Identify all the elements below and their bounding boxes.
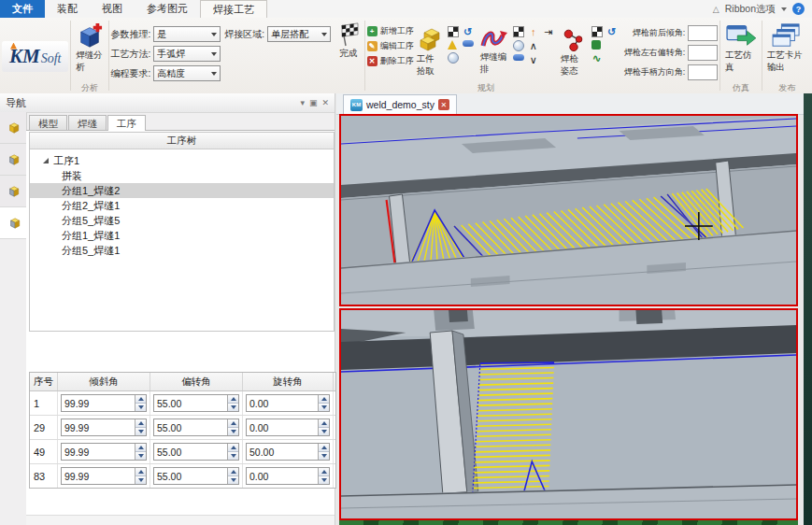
panel-drop-icon[interactable]: ▾	[300, 98, 305, 107]
tab-welding-process[interactable]: 焊接工艺	[200, 0, 267, 18]
rail-part-button[interactable]	[0, 112, 26, 144]
deflection-angle-spinner[interactable]: 55.00	[153, 443, 239, 461]
tab-reference[interactable]: 参考图元	[135, 0, 200, 18]
part-rail	[0, 112, 27, 525]
tilt-angle-spinner[interactable]: 99.99	[61, 394, 147, 412]
param-method-dropdown[interactable]: 手弧焊	[153, 46, 221, 62]
mini-flag-icon[interactable]	[448, 26, 459, 37]
panel-pin-icon[interactable]: ▣	[309, 98, 318, 107]
tab-weld-seam[interactable]: 焊缝	[68, 115, 107, 131]
tree-item-selected[interactable]: 分组1_焊缝2	[30, 183, 334, 198]
param-require-dropdown[interactable]: 高精度	[153, 65, 221, 81]
table-row: 49 99.99 55.00 50.00	[30, 440, 335, 464]
rotation-angle-spinner[interactable]: 0.00	[246, 467, 330, 485]
undo-icon[interactable]: ↺	[606, 26, 618, 37]
seam-arrow-icon	[480, 26, 508, 50]
viewport-bottom[interactable]	[339, 308, 798, 520]
group-simulation: 工艺仿真 仿真	[720, 18, 762, 93]
mini-flag-icon[interactable]	[591, 26, 603, 37]
seam-arrange-button[interactable]: 焊缝编排	[477, 25, 511, 77]
tab-view[interactable]: 视图	[90, 0, 135, 18]
chevron-down-icon[interactable]: ∨	[528, 54, 539, 65]
tree-root[interactable]: 工序1	[30, 153, 334, 168]
card-output-icon	[771, 22, 803, 49]
close-document-icon[interactable]: ✕	[438, 99, 449, 110]
tree-item[interactable]: 拼装	[30, 168, 334, 183]
cylinder-icon[interactable]	[463, 40, 474, 47]
cylinder-icon[interactable]	[513, 54, 524, 61]
group-parameters: 参数推理: 是 工艺方法: 手弧焊 编程要求: 高精度 焊接区域: 单层搭配	[108, 18, 333, 93]
expander-icon[interactable]	[43, 158, 49, 163]
table-row: 29 99.99 55.00 0.00	[30, 416, 335, 440]
angle-table: 序号 倾斜角 偏转角 旋转角 1 99.99 55.00 0.00 29 99.…	[29, 372, 336, 489]
mini-flag-icon[interactable]	[513, 26, 524, 37]
workpiece-pick-button[interactable]: 工件拾取	[414, 25, 446, 78]
group-publish: 工艺卡片输出 发布	[762, 18, 812, 93]
up-arrow-icon[interactable]: ↑	[528, 26, 539, 37]
cone-icon[interactable]	[448, 40, 457, 50]
finish-button[interactable]: 完成	[335, 21, 363, 61]
param-region-dropdown[interactable]: 单层搭配	[267, 26, 331, 42]
angle-handle-label: 焊枪手柄方向角:	[624, 66, 686, 78]
tree-item[interactable]: 分组5_焊缝5	[30, 213, 334, 228]
navigation-panel: 导航 ▾ ▣ ✕	[0, 93, 335, 525]
tree-item[interactable]: 分组2_焊缝1	[30, 198, 334, 213]
process-simulation-button[interactable]: 工艺仿真	[722, 21, 760, 75]
torch-angle-fields: 焊枪前后倾角: 焊枪左右偏转角: 焊枪手柄方向角:	[624, 21, 719, 80]
process-card-output-button[interactable]: 工艺卡片输出	[764, 21, 810, 75]
deflection-angle-spinner[interactable]: 55.00	[153, 467, 239, 485]
document-tab[interactable]: KM weld_demo_sty ✕	[343, 94, 457, 114]
rail-part-button[interactable]	[0, 144, 26, 176]
menu-bar: 文件 装配 视图 参考图元 焊接工艺 △ Ribbon选项 ?	[0, 0, 812, 19]
angle-front-back-input[interactable]	[688, 25, 718, 41]
green-tool-icon[interactable]	[591, 40, 601, 50]
tab-process[interactable]: 工序	[107, 115, 146, 131]
undo-icon[interactable]: ↺	[463, 26, 474, 37]
weld-outline-blue	[480, 362, 554, 363]
rail-part-button[interactable]	[0, 176, 26, 207]
tab-file[interactable]: 文件	[0, 0, 45, 18]
sphere-icon[interactable]	[448, 52, 459, 64]
tilt-angle-spinner[interactable]: 99.99	[61, 419, 147, 436]
chevron-down-icon[interactable]	[781, 7, 787, 11]
add-process-button[interactable]: +新增工序	[367, 25, 414, 37]
cube-plus-icon	[77, 22, 103, 49]
tree-item[interactable]: 分组5_焊缝1	[30, 243, 334, 258]
angle-handle-input[interactable]	[688, 64, 718, 80]
tab-assembly[interactable]: 装配	[45, 0, 90, 18]
deflection-angle-spinner[interactable]: 55.00	[153, 419, 239, 436]
tilt-angle-spinner[interactable]: 99.99	[61, 467, 147, 485]
edit-process-button[interactable]: ✎编辑工序	[367, 40, 414, 52]
minimize-ribbon-icon[interactable]: △	[713, 5, 719, 14]
help-icon[interactable]: ?	[792, 3, 805, 15]
tab-model[interactable]: 模型	[29, 115, 67, 131]
rotation-angle-spinner[interactable]: 0.00	[246, 394, 330, 412]
ribbon-options-button[interactable]: Ribbon选项	[725, 3, 776, 16]
rail-part-button-active[interactable]	[0, 207, 27, 239]
panel-close-icon[interactable]: ✕	[321, 98, 329, 107]
group-finish: 完成	[333, 18, 364, 93]
panel-bottom-strip	[26, 515, 335, 525]
group-analysis: 焊缝分析 分析	[71, 18, 107, 93]
table-row: 1 99.99 55.00 0.00	[30, 391, 335, 416]
viewport-top[interactable]	[339, 114, 798, 306]
sphere-icon[interactable]	[513, 40, 524, 51]
weld-analysis-button[interactable]: 焊缝分析	[73, 21, 106, 75]
torch-pose-button[interactable]: 焊枪姿态	[558, 25, 590, 78]
add-icon: +	[367, 26, 378, 36]
process-tree-header: 工序树	[30, 133, 334, 149]
tilt-angle-spinner[interactable]: 99.99	[61, 443, 147, 461]
logo-km-text: KM	[9, 45, 40, 68]
group-label-analysis: 分析	[73, 82, 106, 93]
chevron-up-icon[interactable]: ∧	[528, 40, 539, 51]
seam-mini-tools: ↑ ⇥ ∧ ∨	[513, 21, 556, 65]
tab-stop-icon[interactable]: ⇥	[543, 26, 554, 37]
rotation-angle-spinner[interactable]: 50.00	[246, 443, 330, 461]
coil-icon[interactable]: ∿	[591, 52, 603, 64]
param-infer-dropdown[interactable]: 是	[153, 26, 221, 42]
rotation-angle-spinner[interactable]: 0.00	[246, 419, 330, 436]
delete-process-button[interactable]: ✕删除工序	[367, 55, 414, 67]
tree-item[interactable]: 分组1_焊缝1	[30, 228, 334, 243]
deflection-angle-spinner[interactable]: 55.00	[153, 394, 239, 412]
angle-left-right-input[interactable]	[688, 45, 718, 61]
